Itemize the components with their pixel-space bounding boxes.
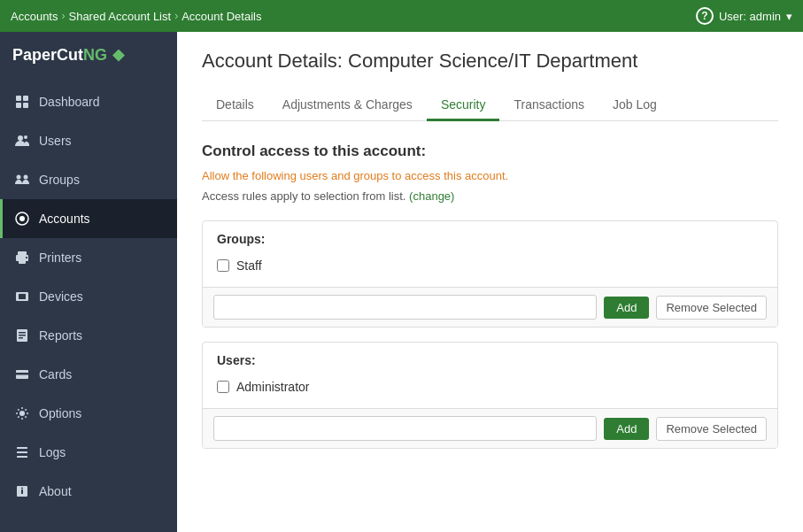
user-chevron-icon: ▾ <box>786 10 792 23</box>
groups-icon <box>14 172 30 188</box>
users-admin-checkbox[interactable] <box>217 381 229 393</box>
sidebar-item-options[interactable]: Options <box>0 394 177 433</box>
svg-rect-18 <box>19 335 26 336</box>
accounts-icon <box>14 211 30 227</box>
svg-rect-24 <box>17 451 27 453</box>
access-rules: Access rules apply to selection from lis… <box>202 189 778 203</box>
dashboard-icon <box>14 94 30 110</box>
printers-icon <box>14 250 30 266</box>
groups-label: Groups <box>39 173 80 187</box>
users-add-input[interactable] <box>213 416 597 441</box>
reports-icon <box>14 328 30 343</box>
cards-label: Cards <box>39 367 72 382</box>
access-description: Allow the following users and groups to … <box>202 169 778 182</box>
svg-rect-21 <box>16 373 28 375</box>
users-box-body: Users: Administrator <box>203 343 777 408</box>
help-icon[interactable]: ? <box>696 7 714 25</box>
breadcrumb-accounts[interactable]: Accounts <box>11 10 58 23</box>
options-label: Options <box>39 406 81 420</box>
svg-point-5 <box>24 135 27 139</box>
access-rules-change-link[interactable]: (change) <box>409 189 454 203</box>
sidebar-item-dashboard[interactable]: Dashboard <box>0 82 177 121</box>
groups-add-input[interactable] <box>213 295 597 320</box>
breadcrumb-sep-1: › <box>61 10 65 22</box>
devices-icon <box>14 289 30 305</box>
users-box: Users: Administrator Add Remove Selected <box>202 342 778 449</box>
svg-rect-0 <box>16 96 21 101</box>
breadcrumb: Accounts › Shared Account List › Account… <box>11 10 696 23</box>
groups-remove-button[interactable]: Remove Selected <box>656 296 767 320</box>
section-title: Control access to this account: <box>202 143 778 160</box>
svg-point-4 <box>18 135 23 141</box>
groups-box-body: Groups: Staff <box>203 221 777 287</box>
groups-box-footer: Add Remove Selected <box>203 287 777 327</box>
sidebar-item-devices[interactable]: Devices <box>0 277 177 316</box>
svg-point-9 <box>19 216 25 221</box>
svg-rect-27 <box>21 490 23 494</box>
svg-point-6 <box>17 175 21 180</box>
svg-rect-23 <box>17 447 27 449</box>
tab-transactions[interactable]: Transactions <box>499 90 598 121</box>
access-rules-text: Access rules apply to selection from lis… <box>202 189 405 203</box>
users-remove-button[interactable]: Remove Selected <box>656 417 767 441</box>
logo-leaf-icon <box>112 50 125 62</box>
svg-rect-19 <box>19 337 23 339</box>
topbar: Accounts › Shared Account List › Account… <box>0 0 803 32</box>
sidebar-logo: PaperCutNG <box>0 32 177 79</box>
tab-bar: Details Adjustments & Charges Security T… <box>202 90 778 121</box>
content-area: Account Details: Computer Science/IT Dep… <box>177 32 803 532</box>
svg-rect-3 <box>23 103 28 108</box>
users-icon <box>14 133 30 149</box>
sidebar-item-about[interactable]: About <box>0 472 177 511</box>
users-label: Users <box>39 134 72 148</box>
topbar-right: ? User: admin ▾ <box>696 7 792 25</box>
svg-point-22 <box>19 411 25 416</box>
svg-rect-1 <box>23 96 28 101</box>
groups-staff-row: Staff <box>217 255 763 276</box>
users-admin-row: Administrator <box>217 376 763 397</box>
sidebar-item-users[interactable]: Users <box>0 121 177 160</box>
svg-rect-17 <box>19 332 26 334</box>
users-admin-label: Administrator <box>236 380 309 394</box>
svg-point-7 <box>24 175 28 180</box>
svg-rect-13 <box>26 257 27 258</box>
groups-add-button[interactable]: Add <box>604 297 649 319</box>
about-icon <box>14 483 30 499</box>
sidebar: PaperCutNG Dashboard <box>0 32 177 532</box>
breadcrumb-account-details[interactable]: Account Details <box>181 10 261 23</box>
tab-security[interactable]: Security <box>427 90 500 121</box>
groups-label: Groups: <box>217 232 763 246</box>
sidebar-item-logs[interactable]: Logs <box>0 433 177 472</box>
svg-rect-2 <box>16 103 21 108</box>
user-label[interactable]: User: admin <box>719 10 781 23</box>
sidebar-item-groups[interactable]: Groups <box>0 160 177 199</box>
logo-text: PaperCutNG <box>12 46 107 65</box>
sidebar-item-accounts[interactable]: Accounts <box>0 199 177 238</box>
logs-icon <box>14 444 30 460</box>
printers-label: Printers <box>39 251 81 265</box>
sidebar-item-printers[interactable]: Printers <box>0 238 177 277</box>
accounts-label: Accounts <box>39 212 90 226</box>
tab-details[interactable]: Details <box>202 90 268 121</box>
groups-staff-checkbox[interactable] <box>217 259 229 272</box>
breadcrumb-sep-2: › <box>174 10 178 22</box>
logs-label: Logs <box>39 445 66 459</box>
users-box-footer: Add Remove Selected <box>203 408 777 448</box>
tab-adjustments[interactable]: Adjustments & Charges <box>268 90 427 121</box>
about-label: About <box>39 484 72 498</box>
tab-joblog[interactable]: Job Log <box>598 90 671 121</box>
reports-label: Reports <box>39 328 82 343</box>
breadcrumb-shared-list[interactable]: Shared Account List <box>68 10 171 23</box>
sidebar-item-cards[interactable]: Cards <box>0 355 177 394</box>
dashboard-label: Dashboard <box>39 95 100 109</box>
page-title: Account Details: Computer Science/IT Dep… <box>202 50 778 73</box>
svg-rect-25 <box>17 456 27 458</box>
svg-rect-12 <box>19 259 26 264</box>
users-label: Users: <box>217 353 763 367</box>
security-section: Control access to this account: Allow th… <box>202 143 778 449</box>
sidebar-item-reports[interactable]: Reports <box>0 316 177 355</box>
groups-box: Groups: Staff Add Remove Selected <box>202 220 778 328</box>
devices-label: Devices <box>39 289 83 304</box>
users-add-button[interactable]: Add <box>604 418 649 440</box>
options-icon <box>14 405 30 421</box>
